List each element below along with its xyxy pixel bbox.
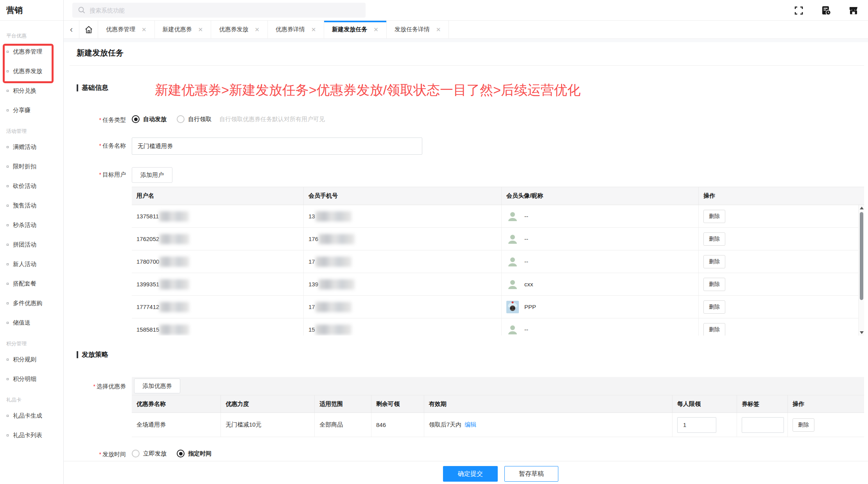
username-text: 1375811 [136,213,159,220]
username-text: 1585815 [136,326,159,333]
coupon-tag-input[interactable] [742,417,784,433]
blurred-text [160,302,189,312]
square-bullet-icon [7,302,9,304]
tab-coupon-send[interactable]: 优惠券发放✕ [211,21,268,38]
blurred-text [160,257,189,267]
scroll-up-icon[interactable] [860,207,864,209]
search-box[interactable] [72,3,366,18]
sidebar-item-coupon-manage[interactable]: 优惠券管理 [0,42,63,61]
sidebar-item-bargain[interactable]: 砍价活动 [0,176,63,196]
delete-button[interactable]: 删除 [703,255,725,268]
sidebar-section-activity: 活动管理 [6,128,63,135]
square-bullet-icon [7,51,9,53]
phone-text: 139 [308,281,318,288]
report-icon[interactable] [821,5,831,16]
sidebar-item-giftcard-list[interactable]: 礼品卡列表 [0,425,63,445]
radio-auto-send[interactable] [132,115,140,123]
sidebar-item-giftcard-generate[interactable]: 礼品卡生成 [0,406,63,425]
sidebar-item-combo[interactable]: 搭配套餐 [0,274,63,293]
delete-button[interactable]: 删除 [703,278,725,291]
sidebar-item-label: 搭配套餐 [13,280,36,288]
square-bullet-icon [7,205,9,207]
col-header-remaining: 剩余可领 [371,395,424,413]
shop-icon[interactable] [848,5,859,16]
tab-label: 优惠券详情 [276,26,305,33]
nickname-text: cxx [524,281,533,288]
scroll-down-icon[interactable] [860,331,864,334]
tab-new-send-task[interactable]: 新建发放任务✕ [324,21,387,38]
close-icon[interactable]: ✕ [373,26,378,33]
limit-per-person-input[interactable] [677,417,716,433]
blurred-text [316,302,352,312]
tab-coupon-manage[interactable]: 优惠券管理✕ [98,21,155,38]
add-user-button[interactable]: 添加用户 [132,167,172,183]
delete-button[interactable]: 删除 [703,232,725,246]
col-header-avatar-nick: 会员头像/昵称 [502,187,699,205]
tab-label: 发放任务详情 [395,26,430,33]
coupon-validity-cell: 领取后7天内 编辑 [424,413,673,437]
sidebar-item-label: 优惠券管理 [13,48,42,55]
required-mark: * [99,451,101,457]
tab-new-coupon[interactable]: 新建优惠券✕ [155,21,212,38]
nickname-text: -- [524,326,528,333]
section-basic-info: 基础信息 [77,83,108,92]
close-icon[interactable]: ✕ [436,26,441,33]
sidebar-item-multi-discount[interactable]: 多件优惠购 [0,293,63,313]
delete-button[interactable]: 删除 [703,210,725,223]
home-tab[interactable] [79,21,98,38]
blurred-text [316,325,352,335]
search-input[interactable] [90,7,340,14]
sidebar-item-coupon-send[interactable]: 优惠券发放 [0,61,63,81]
tabs-back-button[interactable]: ‹ [64,21,79,38]
blurred-text [159,211,189,221]
sidebar-item-stored-value[interactable]: 储值送 [0,313,63,332]
task-type-label: *任务类型 [99,116,126,124]
sidebar-item-full-gift[interactable]: 满赠活动 [0,137,63,157]
sidebar-item-newcomer[interactable]: 新人活动 [0,254,63,274]
nickname-text: PPP [524,304,536,310]
radio-self-claim[interactable] [177,115,185,123]
add-coupon-button[interactable]: 添加优惠券 [134,379,180,393]
blurred-text [160,234,189,244]
close-icon[interactable]: ✕ [255,26,260,33]
sidebar-item-points-detail[interactable]: 积分明细 [0,369,63,389]
table-row: 1375811 13 -- 删除 [132,205,864,228]
sidebar-item-time-discount[interactable]: 限时折扣 [0,157,63,176]
divider [64,461,868,461]
sidebar-item-share-earn[interactable]: 分享赚 [0,100,63,120]
col-header-scope: 适用范围 [315,395,371,413]
edit-validity-link[interactable]: 编辑 [464,421,476,429]
radio-scheduled-time[interactable] [177,450,185,457]
close-icon[interactable]: ✕ [142,26,147,33]
sidebar-item-group-buy[interactable]: 拼团活动 [0,235,63,254]
tab-bar: ‹ 优惠券管理✕ 新建优惠券✕ 优惠券发放✕ 优惠券详情✕ 新建发放任务✕ 发放… [64,21,868,39]
tab-coupon-detail[interactable]: 优惠券详情✕ [268,21,325,38]
confirm-submit-button[interactable]: 确定提交 [443,466,498,482]
fullscreen-icon[interactable] [794,5,804,16]
username-text: 1399351 [136,281,159,288]
sidebar: 营销 平台优惠 优惠券管理 优惠券发放 积分兑换 分享赚 活动管理 满赠活动 限… [0,0,64,484]
table-row: 1762052 176 -- 删除 [132,228,864,250]
sidebar-item-points-rules[interactable]: 积分规则 [0,350,63,369]
square-bullet-icon [7,146,9,148]
close-icon[interactable]: ✕ [311,26,316,33]
delete-button[interactable]: 删除 [793,418,814,432]
scrollbar-thumb[interactable] [860,212,863,300]
sidebar-item-points-exchange[interactable]: 积分兑换 [0,81,63,100]
table-scrollbar[interactable] [858,205,864,336]
delete-button[interactable]: 删除 [703,300,725,314]
square-bullet-icon [7,90,9,92]
task-name-input[interactable] [132,138,422,155]
nickname-text: -- [524,213,528,220]
save-draft-button[interactable]: 暂存草稿 [504,466,558,482]
task-name-label: *任务名称 [99,142,126,150]
sidebar-item-presale[interactable]: 预售活动 [0,196,63,215]
main-content: 新建发放任务 基础信息 新建优惠券>新建发放任务>优惠券发放/领取状态一目了然>… [64,42,868,484]
radio-send-now[interactable] [132,450,140,457]
close-icon[interactable]: ✕ [198,26,203,33]
sidebar-item-seckill[interactable]: 秒杀活动 [0,215,63,235]
delete-button[interactable]: 删除 [703,323,725,336]
tab-send-task-detail[interactable]: 发放任务详情✕ [387,21,449,38]
nickname-text: -- [524,258,528,265]
validity-text: 领取后7天内 [429,421,461,429]
